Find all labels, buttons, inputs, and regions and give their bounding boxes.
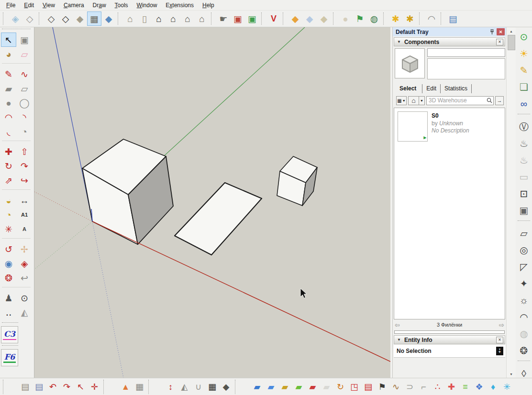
drape-arrows-icon[interactable]: ↕ [164,380,177,394]
list-item[interactable]: ▸ S0 by Unknown No Description [398,111,501,142]
corner-cube-blue-icon[interactable]: ◆ [302,11,317,26]
menu-edit[interactable]: Edit [20,0,38,10]
collapse-icon[interactable]: ▼ [397,338,401,342]
corner-cube-yellow-icon[interactable]: ◆ [288,11,302,26]
position-camera-tool[interactable]: ♟ [1,291,16,305]
component-item-thumbnail[interactable]: ▸ [398,111,428,142]
three-d-text-tool[interactable]: A [17,222,32,236]
pyramid-flip-icon[interactable]: ◆ [219,380,233,394]
look-around-tool[interactable]: ⊙ [17,291,32,305]
previous-view-tool[interactable]: ↩ [17,271,32,285]
terrain-grid-icon[interactable]: ▦ [133,380,146,394]
vray-frame-buffer-icon[interactable]: ⊡ [516,185,532,202]
style-back-edges-icon[interactable]: ◇ [22,11,37,26]
menu-extensions[interactable]: Extensions [161,0,198,10]
brick-page-icon[interactable]: ▤ [18,380,32,394]
rotated-rectangle-tool[interactable]: ▱ [17,81,32,96]
flag-icon[interactable]: ⚑ [375,380,389,394]
pipe-bend-icon[interactable]: ⌐ [417,380,431,394]
vray-frame-buffer-disabled-icon[interactable]: ▭ [516,168,532,185]
brick-page-blue-icon[interactable]: ▤ [32,380,46,394]
style-monochrome-icon[interactable]: ◆ [101,11,116,26]
warehouse-search-input[interactable] [426,96,494,105]
tray-title-bar[interactable]: Default Tray ✕ [393,27,506,36]
zoom-tool[interactable]: ◉ [1,256,16,271]
tab-edit[interactable]: Edit [422,84,441,93]
three-point-arc-tool[interactable]: ◟ [1,124,16,139]
rotate-tool[interactable]: ↻ [1,159,16,173]
components-list[interactable]: ▸ S0 by Unknown No Description [394,108,505,319]
model-viewport[interactable] [34,27,390,378]
surface-blue-icon[interactable]: ▰ [264,380,278,394]
surface-yellow-icon[interactable]: ▰ [278,380,292,394]
paint-bucket-tool[interactable]: ◕ [1,47,16,61]
style-shaded-icon[interactable]: ◆ [73,11,87,26]
rock-icon[interactable]: ● [338,11,353,26]
make-component-tool[interactable]: ▣ [17,33,32,47]
component-box-icon[interactable]: ▯ [137,11,152,26]
zoom-extents-tool[interactable]: ❂ [1,271,16,285]
search-icon[interactable] [486,97,493,105]
style-xray-icon[interactable]: ◈ [8,11,22,26]
vray-dome-light-icon[interactable]: ◠ [516,308,532,325]
move-tool[interactable]: ✚ [1,144,16,159]
vray-render-interactive-icon[interactable]: ♨ [516,152,532,168]
component-export-icon[interactable]: ▣ [245,11,259,26]
brick-rotate-left-icon[interactable]: ↶ [46,380,60,394]
house-outline-icon[interactable]: ⌂ [180,11,195,26]
corner-square-red-icon[interactable]: ◳ [347,380,361,394]
nav-next-icon[interactable]: ⇨ [497,322,504,328]
flag-path-icon[interactable]: ⚑ [353,11,367,26]
scroll-down-icon[interactable]: ▼ [507,370,516,378]
tiles-blue-icon[interactable]: ❖ [472,380,486,394]
vray-render-icon[interactable]: ♨ [516,135,532,152]
vray-binoculars-icon[interactable]: ∞ [516,95,532,112]
grid-stamp-icon[interactable]: ▦ [205,380,219,394]
hatch-move-icon[interactable]: ↖ [74,380,88,394]
home-button[interactable]: ⌂ [408,96,419,105]
walk-tool[interactable]: ‥ [1,305,16,319]
surface-red-icon[interactable]: ▰ [306,380,320,394]
spread-arrows-icon[interactable]: ✛ [88,380,101,394]
menu-window[interactable]: Window [133,0,162,10]
menu-file[interactable]: File [2,0,20,10]
collapse-icon[interactable]: ▼ [397,40,401,44]
style-wireframe-icon[interactable]: ◇ [44,11,58,26]
line-tool[interactable]: ✎ [1,67,16,81]
surface-white-icon[interactable]: ▰ [320,380,333,394]
components-section-header[interactable]: ▼ Components × [394,37,505,46]
surface-hash-blue-icon[interactable]: ▰ [250,380,264,394]
vray-globe-disabled-icon[interactable]: ◍ [516,325,532,342]
tab-statistics[interactable]: Statistics [441,84,472,93]
plugin-f6-button[interactable]: F6 [1,349,18,366]
sandbox-bag-icon[interactable]: ∪ [191,380,205,394]
vray-spot-light-icon[interactable]: ◸ [516,258,532,275]
vray-enable-icon[interactable]: ⊙ [516,28,532,45]
home-dropdown-button[interactable]: ▼ [419,96,425,105]
wire-sphere-icon[interactable]: ◍ [367,11,381,26]
section-plane-tool[interactable]: ◭ [17,305,32,319]
brick-rotate-right-icon[interactable]: ↷ [60,380,74,394]
push-pull-tool[interactable]: ⇧ [17,144,32,159]
pipe-icon[interactable]: ⊃ [403,380,417,394]
tape-measure-tool[interactable]: ◒ [1,193,16,208]
scroll-up-icon[interactable]: ▲ [507,27,516,35]
entity-detail-toggle-button[interactable]: ▼ + [496,347,503,355]
swirl-icon[interactable]: ↻ [333,380,347,394]
protractor-tool[interactable]: ◔ [1,208,16,222]
vray-lock-frame-icon[interactable]: ▣ [516,202,532,219]
orbit-tool[interactable]: ↺ [1,242,16,256]
dimension-tool[interactable]: ↔ [17,193,32,208]
pan-tool[interactable]: ✢ [17,242,32,256]
cross-red-icon[interactable]: ✚ [444,380,458,394]
two-point-arc-tool[interactable]: ◝ [17,110,32,124]
rectangle-tool[interactable]: ▰ [1,81,16,96]
menu-tools[interactable]: Tools [111,0,133,10]
search-go-button[interactable]: → [495,96,504,105]
house-roof-icon[interactable]: ⌂ [166,11,180,26]
pie-tool[interactable]: ◔ [17,124,32,139]
scale-tool[interactable]: ⇗ [1,173,16,187]
component-name-field[interactable] [427,48,505,57]
terrain-cone-icon[interactable]: ▲ [119,380,133,394]
shed-icon[interactable]: ⌂ [195,11,209,26]
